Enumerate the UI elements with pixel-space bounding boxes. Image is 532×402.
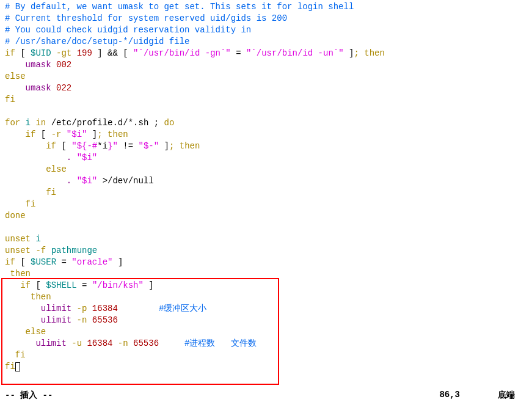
text: = (77, 280, 92, 290)
variable-i: i (31, 234, 41, 244)
keyword-then: then (5, 269, 31, 279)
indent (5, 83, 26, 93)
comment-line: # Current threshold for system reserved … (5, 13, 287, 23)
command-ulimit: ulimit (5, 338, 67, 348)
keyword-else: else (5, 327, 46, 337)
number: 65536 (92, 315, 118, 325)
editor-content[interactable]: # By default, we want umask to get set. … (5, 1, 527, 373)
string: "$i" (77, 153, 98, 163)
keyword-then: ; then (97, 130, 128, 139)
cursor-position: 86,3 (439, 390, 460, 400)
text: [ (56, 141, 71, 151)
number: 022 (56, 83, 71, 93)
flag: -p (71, 304, 92, 313)
keyword-then: ; then (169, 141, 200, 151)
keyword-if: if (5, 280, 31, 290)
keyword-else: else (5, 71, 26, 81)
operator-and: && (103, 48, 123, 58)
text (118, 304, 159, 313)
comment-line: # By default, we want umask to get set. … (5, 2, 354, 12)
string: "`/usr/bin/id -un`" (246, 48, 344, 58)
text: ] (344, 48, 354, 58)
number: 16384 (92, 304, 118, 313)
comment-line: # You could check uidgid reservation val… (5, 25, 251, 35)
keyword-fi: fi (5, 350, 26, 360)
command-ulimit: ulimit (5, 304, 71, 313)
variable-uid: $UID (31, 48, 51, 58)
keyword-if: if (5, 48, 15, 58)
command-umask: umask (26, 60, 51, 70)
string: "oracle" (71, 257, 112, 267)
text: ] (92, 48, 103, 58)
text: ] (159, 141, 169, 151)
variable-user: $USER (31, 257, 56, 267)
keyword-in: in (35, 118, 46, 128)
string: "$i" (67, 130, 87, 139)
command-ulimit: ulimit (5, 315, 71, 325)
string: "$i" (77, 176, 98, 186)
text: = (231, 48, 246, 58)
text: != (118, 141, 139, 151)
text: /etc/profile.d/*.sh ; (46, 118, 164, 128)
string: "${-# (71, 141, 97, 151)
variable-i: i (20, 118, 35, 128)
keyword-fi: fi (46, 188, 56, 197)
keyword-for: for (5, 118, 20, 128)
text (51, 60, 56, 70)
status-bar: -- 插入 -- 86,3 底端 (5, 390, 527, 401)
flag: -u (67, 338, 87, 348)
keyword-if: if (46, 141, 56, 151)
flag: -n (71, 315, 92, 325)
text: [ (31, 280, 46, 290)
string: "/bin/ksh" (92, 280, 144, 290)
variable-shell: $SHELL (46, 280, 76, 290)
keyword-fi: fi (5, 95, 15, 104)
operator: -r (51, 130, 67, 139)
cursor (15, 362, 20, 371)
text: [ (123, 48, 133, 58)
command-source: . (67, 176, 77, 186)
keyword-then: ; then (354, 48, 384, 58)
keyword-do: do (164, 118, 174, 128)
string: "`/usr/bin/id -gn`" (133, 48, 231, 58)
text: *i (97, 141, 107, 151)
number: 65536 (133, 338, 159, 348)
keyword-if: if (26, 130, 36, 139)
text: /dev/null (107, 176, 154, 186)
keyword-fi: fi (5, 362, 15, 371)
keyword-then: then (5, 292, 51, 302)
comment: #进程数 文件数 (184, 338, 257, 348)
text (51, 83, 56, 93)
text: = (56, 257, 71, 267)
comment-line: # /usr/share/doc/setup-*/uidgid file (5, 37, 189, 46)
function-name: pathmunge (51, 246, 98, 255)
number: 199 (77, 48, 92, 58)
keyword-if: if (5, 257, 15, 267)
operator: -gt (51, 48, 77, 58)
text: [ (15, 257, 31, 267)
scroll-location: 底端 (498, 390, 515, 401)
indent (5, 60, 26, 70)
text: [ (15, 48, 31, 58)
comment: #缓冲区大小 (159, 304, 206, 313)
text: > (97, 176, 107, 186)
text: ] (87, 130, 97, 139)
string: "$-" (139, 141, 159, 151)
flag: -f (31, 246, 51, 255)
text: ] (144, 280, 154, 290)
command-umask: umask (26, 83, 51, 93)
command-unset: unset (5, 234, 31, 244)
flag: -n (112, 338, 133, 348)
command-unset: unset (5, 246, 31, 255)
keyword-done: done (5, 211, 26, 221)
number: 16384 (87, 338, 112, 348)
text: ] (112, 257, 123, 267)
number: 002 (56, 60, 71, 70)
keyword-fi: fi (26, 199, 36, 209)
mode-indicator: -- 插入 -- (5, 390, 53, 401)
command-source: . (67, 153, 77, 163)
keyword-else: else (46, 164, 67, 174)
string: }" (107, 141, 118, 151)
text: [ (35, 130, 51, 139)
text (159, 338, 184, 348)
